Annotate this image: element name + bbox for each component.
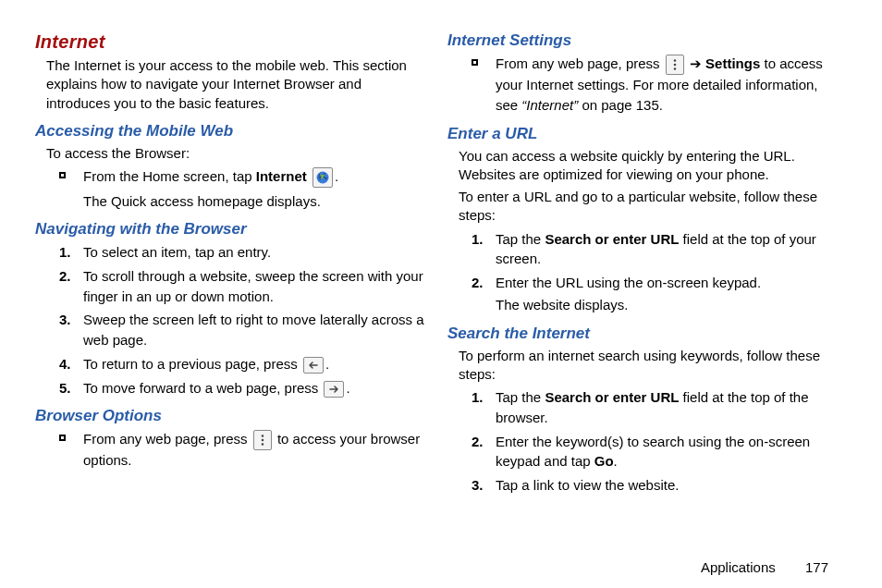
search-item: Tap the Search or enter URL field at the… <box>447 387 838 428</box>
s2-bold: Go <box>594 453 614 469</box>
accessing-step-bold: Internet <box>256 168 307 184</box>
is-bold: Settings <box>705 55 760 71</box>
navigating-item: To move forward to a web page, press . <box>35 378 425 398</box>
heading-accessing: Accessing the Mobile Web <box>35 122 425 141</box>
svg-point-2 <box>261 439 263 442</box>
internet-settings-step: From any web page, press ➔ Settings to a… <box>447 54 838 116</box>
navigating-list: To select an item, tap an entry. To scro… <box>35 242 425 398</box>
svg-point-6 <box>673 67 676 70</box>
enter-url-item: Tap the Search or enter URL field at the… <box>447 229 838 270</box>
accessing-step-post: . <box>335 168 338 184</box>
navigating-item: To scroll through a website, sweep the s… <box>35 266 425 307</box>
page-container: Internet The Internet is your access to … <box>0 0 882 588</box>
right-column: Internet Settings From any web page, pre… <box>447 31 838 579</box>
footer-page-number: 177 <box>805 559 828 575</box>
eu2-result: The website displays. <box>496 295 838 315</box>
is-ref: “Internet” <box>521 97 578 113</box>
footer-section: Applications <box>701 559 776 575</box>
heading-search: Search the Internet <box>447 325 838 343</box>
left-column: Internet The Internet is your access to … <box>35 31 425 579</box>
page-footer: Applications 177 <box>701 559 828 575</box>
enter-url-p2: To enter a URL and go to a particular we… <box>459 188 838 226</box>
accessing-result: The Quick access homepage displays. <box>35 191 425 211</box>
heading-enter-url: Enter a URL <box>447 125 838 143</box>
heading-internet-settings: Internet Settings <box>447 31 838 50</box>
eu1-pre: Tap the <box>496 231 545 247</box>
back-arrow-icon <box>303 357 324 374</box>
enter-url-p1: You can access a website quickly by ente… <box>459 147 838 185</box>
browser-options-step: From any web page, press to access your … <box>35 429 425 471</box>
enter-url-list: Tap the Search or enter URL field at the… <box>447 229 838 315</box>
menu-dots-icon <box>666 55 684 75</box>
s2-post: . <box>614 453 618 469</box>
accessing-intro: To access the Browser: <box>46 144 425 163</box>
nav4-post: . <box>325 356 329 372</box>
nav5-post: . <box>346 380 349 396</box>
is-pre: From any web page, press <box>496 55 664 71</box>
internet-globe-icon <box>312 167 333 188</box>
s1-pre: Tap the <box>496 389 545 405</box>
accessing-step: From the Home screen, tap Internet . <box>35 166 425 188</box>
eu1-bold: Search or enter URL <box>545 231 679 247</box>
forward-arrow-icon <box>324 381 344 398</box>
svg-point-4 <box>673 59 676 62</box>
s2-pre: Enter the keyword(s) to search using the… <box>496 434 810 470</box>
eu2: Enter the URL using the on-screen keypad… <box>496 275 761 290</box>
is-mid: ➔ <box>686 55 705 71</box>
intro-text: The Internet is your access to the mobil… <box>46 56 425 113</box>
heading-navigating: Navigating with the Browser <box>35 220 425 239</box>
navigating-item: To return to a previous page, press . <box>35 354 425 374</box>
heading-internet: Internet <box>35 31 425 53</box>
search-item: Enter the keyword(s) to search using the… <box>447 432 838 472</box>
navigating-item: To select an item, tap an entry. <box>35 242 425 263</box>
nav5-pre: To move forward to a web page, press <box>83 380 322 396</box>
svg-point-3 <box>261 444 263 447</box>
is-refpost: on page 135. <box>578 97 663 113</box>
search-intro: To perform an internet search using keyw… <box>459 347 838 385</box>
enter-url-item: Enter the URL using the on-screen keypad… <box>447 273 838 315</box>
s1-bold: Search or enter URL <box>545 389 679 405</box>
heading-browser-options: Browser Options <box>35 407 425 425</box>
bo-pre: From any web page, press <box>83 431 251 447</box>
search-list: Tap the Search or enter URL field at the… <box>447 387 838 496</box>
navigating-item: Sweep the screen left to right to move l… <box>35 310 425 350</box>
svg-point-1 <box>261 435 263 438</box>
nav4-pre: To return to a previous page, press <box>83 356 301 372</box>
svg-point-5 <box>673 64 676 67</box>
menu-dots-icon <box>253 430 272 450</box>
accessing-step-pre: From the Home screen, tap <box>83 168 256 184</box>
search-item: Tap a link to view the website. <box>447 475 838 496</box>
